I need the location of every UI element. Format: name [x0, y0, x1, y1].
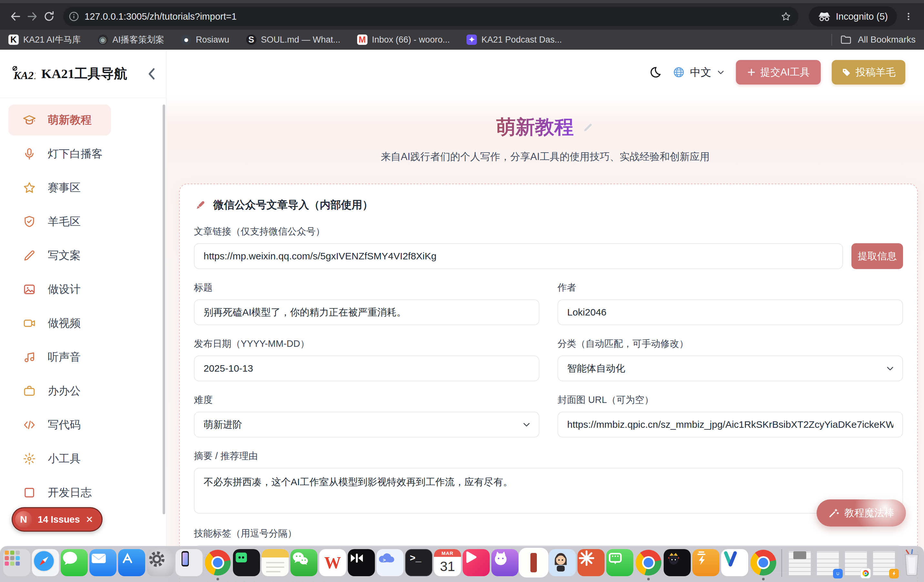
title-label: 标题: [194, 281, 540, 294]
dock-chrome-3[interactable]: [750, 549, 777, 576]
code-icon: [23, 418, 36, 432]
sidebar-item-video[interactable]: 做视频: [8, 308, 100, 339]
music-note-icon: [23, 350, 36, 364]
bookmark-star-icon[interactable]: [780, 11, 791, 22]
sidebar-scrollbar[interactable]: [163, 104, 165, 514]
browser-menu-button[interactable]: [900, 8, 917, 25]
dock-messages[interactable]: [61, 549, 88, 576]
bookmark-item[interactable]: K KA21 AI牛马库: [8, 34, 81, 46]
dock-launchpad[interactable]: [3, 549, 30, 576]
pencil-icon: [23, 249, 36, 262]
dock-cat-app[interactable]: [492, 549, 518, 576]
dock-calendar[interactable]: MAR 31: [434, 549, 461, 576]
sidebar-item-coding[interactable]: 写代码: [8, 409, 100, 440]
dock-avatar-app[interactable]: [549, 549, 576, 576]
dock-screen-recorder[interactable]: [233, 549, 260, 576]
bookmark-item[interactable]: S SOUL.md — What...: [246, 35, 340, 45]
article-link-input[interactable]: [194, 243, 843, 269]
dock-safari[interactable]: [32, 549, 59, 576]
author-input[interactable]: [558, 299, 903, 325]
contribute-deals-button[interactable]: 投稿羊毛: [832, 60, 905, 84]
dock-wps-office[interactable]: W: [319, 549, 346, 576]
dock-screenshot-tool[interactable]: [606, 549, 633, 576]
publish-date-input[interactable]: [194, 356, 540, 381]
dock-lightning-app[interactable]: [692, 549, 719, 576]
incognito-label: Incognito (5): [836, 11, 888, 22]
bookmarks-bar: K KA21 AI牛马库 ◉ AI播客策划案 ● Rosiawu S SOUL.…: [0, 30, 924, 50]
tutorial-magic-wand-button[interactable]: 教程魔法棒: [817, 500, 906, 526]
back-button[interactable]: [7, 8, 24, 25]
forward-button[interactable]: [24, 8, 41, 25]
sidebar-item-contests[interactable]: 赛事区: [8, 172, 100, 203]
dock-minimized-window-chrome[interactable]: [843, 549, 869, 577]
dock-doc-app[interactable]: [520, 549, 547, 576]
submit-ai-tool-button[interactable]: 提交AI工具: [736, 60, 821, 84]
summary-textarea[interactable]: 不必东拼西凑，这个AI工作室从模型到影视特效再到工作流，应有尽有。: [194, 468, 903, 514]
gmail-favicon: M: [357, 35, 368, 45]
link-label: 文章链接（仅支持微信公众号）: [194, 225, 903, 238]
svg-text:>_: >_: [383, 557, 389, 563]
sidebar-collapse-icon[interactable]: [147, 68, 157, 80]
cover-url-input[interactable]: [558, 412, 903, 437]
dock-video-player[interactable]: [463, 549, 490, 576]
video-camera-icon: [23, 317, 36, 330]
url-text[interactable]: 127.0.0.1:3005/zh/tutorials?import=1: [84, 11, 780, 22]
sidebar-item-deals[interactable]: 羊毛区: [8, 206, 100, 237]
close-icon[interactable]: ✕: [86, 514, 93, 525]
difficulty-select[interactable]: 萌新进阶: [194, 412, 540, 437]
sidebar-item-tutorials[interactable]: 萌新教程: [8, 104, 111, 135]
category-select[interactable]: 智能体自动化: [558, 356, 903, 381]
dev-issues-badge[interactable]: N 14 Issues ✕: [12, 507, 102, 532]
dock-ninja-app[interactable]: [663, 549, 691, 576]
sidebar-item-tools[interactable]: 小工具: [8, 443, 100, 474]
bookmark-favicon: S: [246, 35, 256, 45]
extract-info-button[interactable]: 提取信息: [851, 243, 903, 269]
calendar-month: MAR: [434, 549, 461, 557]
dock-capcut[interactable]: [348, 549, 375, 576]
dock-iphone-mirroring[interactable]: [175, 549, 203, 576]
bookmark-item[interactable]: ● Rosiawu: [181, 35, 229, 45]
title-input[interactable]: [194, 299, 540, 325]
bookmark-item[interactable]: M Inbox (66) - wooro...: [357, 35, 450, 45]
dock-notes[interactable]: [262, 549, 289, 576]
dark-mode-toggle[interactable]: [649, 66, 662, 79]
bookmark-item[interactable]: ✦ KA21 Podcast Das...: [467, 35, 562, 45]
dock-v-app[interactable]: [721, 549, 748, 576]
dock-minimized-window-finder[interactable]: [815, 549, 841, 577]
magic-wand-icon: [828, 508, 839, 518]
sidebar-item-copywriting[interactable]: 写文案: [8, 240, 100, 271]
dock-minimized-window-doc[interactable]: [787, 549, 813, 577]
dock-cloud-terminal[interactable]: >_: [376, 549, 404, 576]
dock-app-store[interactable]: [118, 549, 145, 576]
language-label: 中文: [690, 65, 711, 80]
bookmark-item[interactable]: ◉ AI播客策划案: [98, 34, 165, 46]
incognito-badge[interactable]: Incognito (5): [809, 7, 897, 26]
dock-terminal[interactable]: >_: [405, 549, 432, 576]
microphone-icon: [23, 147, 36, 161]
address-bar[interactable]: 127.0.0.1:3005/zh/tutorials?import=1: [63, 7, 799, 26]
dock-chrome[interactable]: [204, 549, 231, 576]
dock-wechat[interactable]: [290, 549, 317, 576]
dock-chrome-2[interactable]: [635, 549, 662, 576]
reload-button[interactable]: [41, 8, 58, 25]
sidebar-item-office[interactable]: 办办公: [8, 376, 100, 407]
page-header: 萌新教程 来自AI践行者们的个人写作，分享AI工具的使用技巧、实战经验和创新应用: [167, 114, 924, 163]
dock-trash[interactable]: [899, 549, 924, 576]
dock-asterisk-app[interactable]: [578, 549, 605, 576]
dock-mail[interactable]: [89, 549, 117, 576]
edit-pencil-icon[interactable]: [581, 121, 594, 134]
sidebar-item-design[interactable]: 做设计: [8, 274, 100, 305]
language-selector[interactable]: 中文: [673, 65, 725, 80]
sidebar-item-devlog[interactable]: 开发日志: [8, 477, 111, 508]
dock-system-settings[interactable]: [147, 549, 174, 576]
bookmark-favicon: ◉: [98, 35, 108, 45]
plus-icon: [747, 68, 756, 77]
all-bookmarks-button[interactable]: All Bookmarks: [858, 35, 916, 45]
category-label: 分类（自动匹配，可手动修改）: [558, 338, 903, 350]
image-icon: [23, 283, 36, 296]
sidebar-item-audio[interactable]: 听声音: [8, 342, 100, 373]
sidebar-nav: 萌新教程 灯下白播客 赛事区 羊毛区 写文案 做设计: [0, 98, 166, 508]
site-info-icon[interactable]: [68, 11, 79, 22]
sidebar-item-podcast[interactable]: 灯下白播客: [8, 138, 122, 169]
dock-minimized-window-notes[interactable]: [871, 549, 897, 577]
